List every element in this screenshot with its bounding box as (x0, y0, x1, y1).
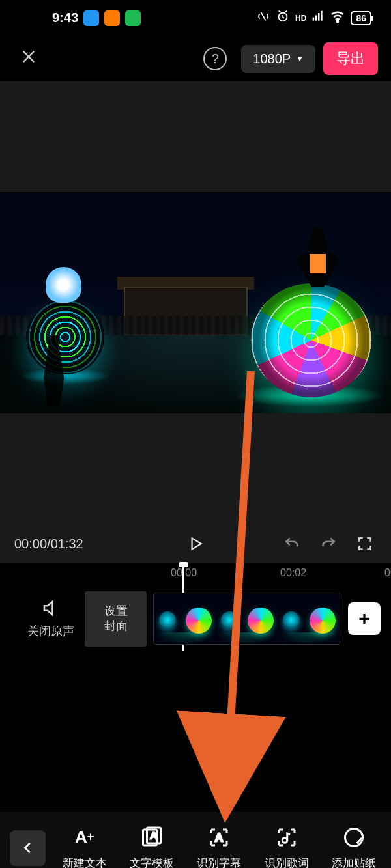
mute-original-audio[interactable]: 关闭原声 (0, 598, 85, 639)
parade-float-left (26, 300, 104, 374)
svg-rect-1 (313, 18, 315, 21)
tool-recognize-subtitle[interactable]: A 识别字幕 (190, 826, 248, 869)
app-icon-1 (83, 10, 99, 26)
back-button[interactable] (10, 830, 46, 866)
audio-label: 关闭原声 (27, 623, 74, 639)
bottom-toolbar: A+ 新建文本 A 文字模板 A 识别字幕 识别歌词 添加贴纸 (0, 812, 391, 868)
svg-rect-3 (318, 13, 320, 21)
tool-add-sticker[interactable]: 添加贴纸 (325, 826, 383, 869)
export-button[interactable]: 导出 (323, 42, 378, 75)
clip-thumb (278, 593, 340, 645)
resolution-dropdown[interactable]: 1080P ▼ (241, 45, 315, 73)
timecode: 00:00/01:32 (14, 537, 83, 552)
play-button[interactable] (184, 532, 207, 555)
fullscreen-button[interactable] (353, 532, 377, 555)
svg-text:A: A (216, 832, 223, 843)
set-cover-button[interactable]: 设置 封面 (85, 591, 147, 647)
app-icon-2 (104, 10, 120, 26)
track-row: 关闭原声 设置 封面 + (0, 586, 391, 651)
signal-icon (311, 10, 325, 26)
time-ruler[interactable]: 00:00 00:02 00:05 (0, 563, 391, 586)
chevron-down-icon: ▼ (296, 54, 304, 63)
parade-float-right (251, 283, 371, 397)
add-sticker-icon (342, 826, 366, 849)
time-tick: 00:05 (384, 567, 391, 579)
vibrate-icon (256, 9, 270, 27)
video-preview[interactable] (0, 192, 391, 413)
hd-icon: HD (295, 14, 306, 23)
svg-point-5 (337, 21, 338, 22)
text-template-icon: A (140, 826, 164, 849)
new-text-icon: A+ (73, 826, 96, 849)
recognize-subtitle-icon: A (207, 826, 231, 849)
status-time: 9:43 (52, 10, 78, 25)
undo-button[interactable] (280, 532, 304, 555)
add-clip-button[interactable]: + (348, 602, 381, 635)
transport-bar: 00:00/01:32 (0, 524, 391, 563)
close-button[interactable] (13, 41, 44, 77)
video-clip[interactable] (153, 593, 340, 645)
preview-area: 00:00/01:32 (0, 81, 391, 563)
battery-indicator: 86 (351, 11, 371, 25)
alarm-icon (276, 9, 290, 27)
recognize-lyrics-icon (275, 826, 298, 849)
svg-text:A: A (151, 829, 157, 840)
header-bar: ? 1080P ▼ 导出 (0, 36, 391, 81)
help-icon[interactable]: ? (203, 47, 227, 70)
tool-new-text[interactable]: A+ 新建文本 (55, 826, 114, 869)
clip-thumb (154, 593, 216, 645)
clip-thumb (216, 593, 278, 645)
status-bar: 9:43 HD 86 (0, 0, 391, 36)
timeline[interactable]: 00:00 00:02 00:05 关闭原声 设置 封面 + (0, 563, 391, 671)
time-tick: 00:02 (280, 567, 306, 579)
tool-text-template[interactable]: A 文字模板 (123, 826, 181, 869)
tool-recognize-lyrics[interactable]: 识别歌词 (257, 826, 316, 869)
wifi-icon (330, 8, 345, 27)
svg-rect-4 (321, 11, 323, 21)
status-left: 9:43 (52, 10, 141, 26)
status-right: HD 86 (256, 8, 371, 27)
svg-rect-2 (315, 15, 317, 20)
resolution-label: 1080P (253, 51, 291, 66)
redo-button[interactable] (317, 532, 340, 555)
app-icon-3 (125, 10, 141, 26)
